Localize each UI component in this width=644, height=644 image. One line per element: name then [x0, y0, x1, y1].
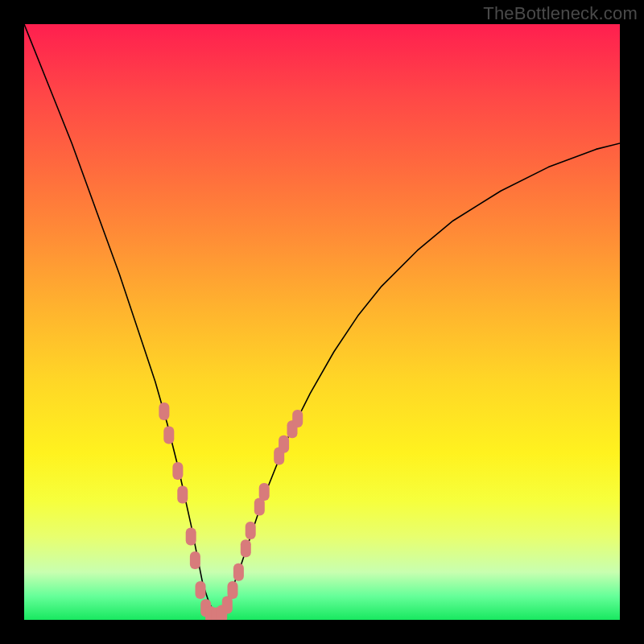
plot-area — [24, 24, 620, 620]
curve-marker — [177, 486, 188, 504]
curve-marker — [222, 597, 233, 614]
curve-marker — [228, 581, 238, 599]
curve-markers — [159, 402, 303, 620]
curve-marker — [159, 402, 169, 420]
curve-marker — [292, 410, 303, 427]
chart-svg — [24, 24, 620, 620]
curve-marker — [233, 564, 244, 581]
curve-marker — [196, 581, 206, 599]
watermark-text: TheBottleneck.com — [483, 3, 638, 24]
curve-marker — [246, 522, 256, 539]
curve-marker — [259, 483, 270, 501]
curve-marker — [163, 427, 174, 444]
curve-marker — [279, 436, 289, 453]
curve-marker — [241, 539, 251, 557]
curve-marker — [186, 527, 196, 545]
curve-marker — [190, 551, 200, 569]
curve-marker — [172, 462, 183, 480]
outer-frame: TheBottleneck.com — [0, 0, 644, 644]
bottleneck-curve — [24, 24, 620, 614]
